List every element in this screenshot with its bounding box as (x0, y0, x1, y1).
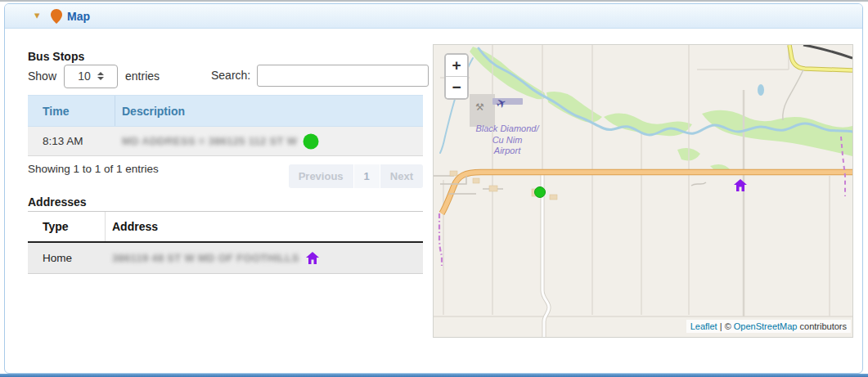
collapse-caret-icon[interactable]: ▾ (34, 10, 40, 20)
search-group: Search: (211, 63, 429, 88)
map-panel: ▾ Map Bus Stops Show 10 entries Search: … (4, 3, 863, 374)
map-attribution: Leaflet | © OpenStreetMap contributors (686, 320, 851, 333)
panel-header[interactable]: ▾ Map (5, 4, 862, 29)
search-input[interactable] (257, 65, 429, 87)
top-divider (0, 0, 868, 2)
bus-stop-description: MD ADDRESS = 386125 112 ST W (122, 135, 297, 147)
page-length-value: 10 (78, 70, 91, 83)
osm-link[interactable]: OpenStreetMap (734, 321, 798, 331)
bus-stop-map-marker[interactable] (535, 187, 546, 198)
leaflet-map[interactable]: ⚒ ✈ (433, 44, 853, 338)
home-marker-icon (305, 252, 320, 265)
screen: ▾ Map Bus Stops Show 10 entries Search: … (0, 0, 868, 377)
column-header-type: Type (28, 212, 106, 241)
page-length-select[interactable]: 10 (64, 65, 118, 88)
search-label: Search: (211, 69, 250, 82)
select-arrows-icon (97, 72, 104, 80)
bus-stop-time: 8:13 AM (28, 127, 115, 155)
address-type: Home (28, 243, 106, 273)
zoom-in-button[interactable]: + (446, 55, 467, 77)
address-value: 386119 48 ST W MD OF FOOTHILLS (112, 252, 299, 264)
entries-label: entries (125, 70, 160, 83)
panel-title: Map (67, 10, 90, 23)
bottom-accent-bar (0, 374, 868, 377)
bus-stops-table-header: Time Description (28, 95, 423, 127)
leaflet-link[interactable]: Leaflet (690, 321, 717, 331)
page-1-button[interactable]: 1 (354, 164, 380, 188)
addresses-heading: Addresses (28, 195, 87, 209)
pagination: Previous 1 Next (28, 164, 423, 188)
page-length-controls: Show 10 entries (28, 65, 160, 88)
mine-pick-icon: ⚒ (475, 101, 484, 113)
map-pond (758, 84, 764, 96)
column-header-address: Address (106, 220, 423, 233)
bus-stop-row: 8:13 AM MD ADDRESS = 386125 112 ST W (28, 127, 423, 156)
previous-page-button[interactable]: Previous (289, 164, 354, 188)
bus-stop-marker-icon (303, 133, 319, 150)
zoom-out-button[interactable]: − (446, 77, 467, 98)
airport-label: Black Diamond/ Cu Nim Airport (470, 123, 545, 157)
addresses-table: Type Address Home 386119 48 ST W MD OF F… (28, 211, 423, 274)
next-page-button[interactable]: Next (380, 164, 423, 188)
show-label: Show (28, 70, 56, 83)
bus-stops-table: Time Description 8:13 AM MD ADDRESS = 38… (28, 95, 423, 156)
address-row: Home 386119 48 ST W MD OF FOOTHILLS (28, 243, 423, 274)
bus-stops-heading: Bus Stops (28, 50, 84, 63)
column-header-time[interactable]: Time (28, 96, 115, 126)
map-marker-icon (51, 9, 62, 24)
map-tiles: ⚒ ✈ (434, 45, 852, 337)
addresses-table-header: Type Address (28, 211, 423, 243)
column-header-description[interactable]: Description (115, 105, 423, 118)
zoom-control: + − (444, 53, 469, 100)
